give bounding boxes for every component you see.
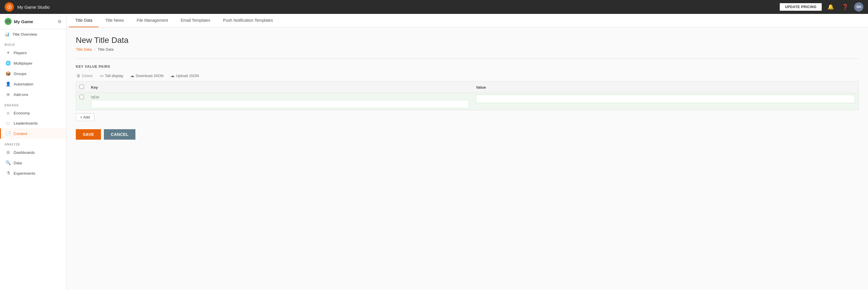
addons-icon: ⊕ (5, 92, 11, 97)
kv-toolbar: 🗑 Delete ▭ Tall display ☁ Download JSON … (76, 72, 859, 79)
row-checkbox-cell (76, 93, 88, 110)
sidebar-item-leaderboards[interactable]: □ Leaderboards (0, 118, 66, 128)
sidebar-item-data[interactable]: 🔍 Data (0, 157, 66, 168)
key-header: Key (88, 82, 473, 93)
automation-icon: 👤 (5, 81, 11, 87)
studio-name: My Game Studio (18, 5, 776, 9)
table-row: NEW (76, 93, 859, 110)
value-cell (472, 93, 859, 110)
delete-icon: 🗑 (76, 73, 81, 78)
tall-display-button[interactable]: ▭ Tall display (99, 72, 124, 79)
sidebar-item-content[interactable]: 📄 Content (0, 128, 66, 139)
breadcrumb-current: Title Data (98, 47, 114, 52)
delete-button[interactable]: 🗑 Delete (76, 72, 93, 79)
tabs-bar: Title Data Title News File Management Em… (66, 14, 868, 28)
leaderboards-icon: □ (5, 121, 11, 126)
tab-push-notification[interactable]: Push Notification Templates (217, 14, 279, 27)
kv-section-title: KEY VALUE PAIRS (76, 65, 859, 69)
content-icon: 📄 (5, 131, 11, 136)
download-json-button[interactable]: ☁ Download JSON (130, 72, 164, 79)
new-row-label: NEW (91, 95, 469, 100)
data-icon: 🔍 (5, 160, 11, 166)
settings-icon[interactable]: ⚙ (58, 19, 62, 24)
tab-title-data[interactable]: Title Data (69, 14, 99, 27)
user-avatar[interactable]: SH (854, 2, 863, 11)
groups-icon: 📦 (5, 71, 11, 76)
engage-section-label: ENGAGE (0, 100, 66, 108)
build-section-label: BUILD (0, 39, 66, 48)
row-checkbox[interactable] (80, 95, 84, 99)
dashboards-icon: ⊞ (5, 150, 11, 155)
checkbox-header (76, 82, 88, 93)
sidebar-game-header: 🎮 My Game ⚙ (0, 14, 66, 29)
sidebar-item-groups[interactable]: 📦 Groups (0, 68, 66, 79)
players-icon: ✦ (5, 50, 11, 55)
download-icon: ☁ (130, 73, 134, 78)
form-actions: SAVE CANCEL (76, 129, 859, 140)
breadcrumb-separator: › (94, 47, 95, 52)
tab-email-templates[interactable]: Email Templates (174, 14, 216, 27)
experiments-icon: ⚗ (5, 171, 11, 176)
help-icon[interactable]: ❓ (840, 3, 850, 11)
multiplayer-icon: 🌐 (5, 61, 11, 66)
sidebar-item-title-overview[interactable]: 📊 Title Overview (0, 29, 66, 39)
value-input[interactable] (476, 95, 855, 103)
breadcrumb: Title Data › Title Data (76, 47, 859, 52)
sidebar-item-economy[interactable]: ≡ Economy (0, 108, 66, 118)
sidebar-item-dashboards[interactable]: ⊞ Dashboards (0, 147, 66, 157)
chart-icon: 📊 (5, 32, 9, 36)
save-button[interactable]: SAVE (76, 129, 101, 140)
main-layout: 🎮 My Game ⚙ 📊 Title Overview BUILD ✦ Pla… (0, 14, 868, 290)
sidebar-item-multiplayer[interactable]: 🌐 Multiplayer (0, 58, 66, 68)
add-button[interactable]: + Add (76, 113, 94, 121)
kv-table: Key Value NEW (76, 81, 859, 110)
game-icon: 🎮 (5, 18, 11, 25)
sidebar: 🎮 My Game ⚙ 📊 Title Overview BUILD ✦ Pla… (0, 14, 66, 290)
sidebar-item-experiments[interactable]: ⚗ Experiments (0, 168, 66, 178)
key-cell: NEW (88, 93, 473, 110)
value-header: Value (472, 82, 859, 93)
tab-title-news[interactable]: Title News (99, 14, 130, 27)
sidebar-item-addons[interactable]: ⊕ Add-ons (0, 89, 66, 100)
upload-icon: ☁ (170, 73, 175, 78)
tall-display-icon: ▭ (100, 73, 103, 78)
sidebar-item-players[interactable]: ✦ Players (0, 48, 66, 58)
sidebar-item-automation[interactable]: 👤 Automation (0, 79, 66, 89)
sidebar-game-title: 🎮 My Game (5, 18, 33, 25)
content-area: Title Data Title News File Management Em… (66, 14, 868, 290)
top-navigation: My Game Studio UPDATE PRICING 🔔 ❓ SH (0, 0, 868, 14)
logo-icon (5, 2, 14, 11)
upload-json-button[interactable]: ☁ Upload JSON (170, 72, 199, 79)
notifications-icon[interactable]: 🔔 (825, 3, 836, 11)
analyze-section-label: ANALYZE (0, 139, 66, 147)
breadcrumb-link[interactable]: Title Data (76, 47, 92, 52)
update-pricing-button[interactable]: UPDATE PRICING (780, 3, 822, 11)
key-input[interactable] (91, 100, 469, 108)
economy-icon: ≡ (5, 111, 11, 116)
page-content: New Title Data Title Data › Title Data K… (66, 28, 868, 290)
select-all-checkbox[interactable] (80, 85, 84, 89)
page-title: New Title Data (76, 36, 859, 45)
cancel-button[interactable]: CANCEL (104, 129, 135, 140)
add-row-container: + Add (76, 113, 859, 121)
tab-file-management[interactable]: File Management (130, 14, 174, 27)
